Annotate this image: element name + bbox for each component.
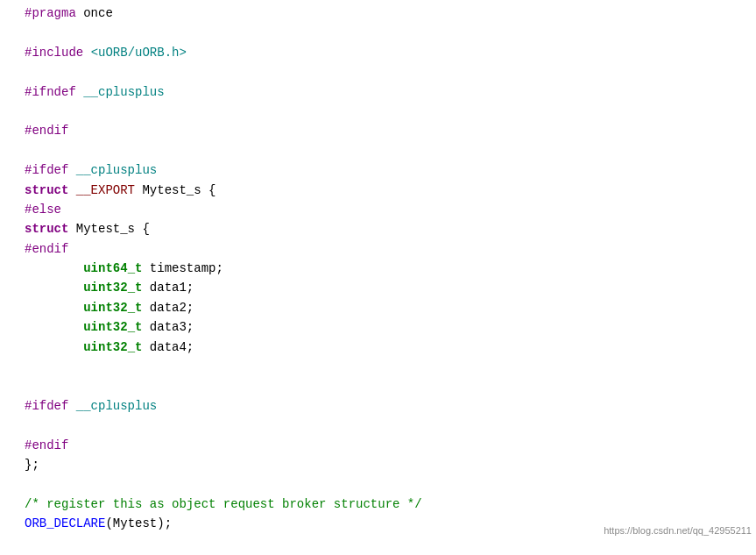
line-text: struct __EXPORT Mytest_s { xyxy=(25,181,215,200)
line-text xyxy=(25,474,32,494)
code-line: #include <uORB/uORB.h> xyxy=(0,43,756,62)
code-line: #ifndef __cplusplus xyxy=(0,82,756,102)
code-line xyxy=(0,141,756,160)
line-text: uint32_t data1; xyxy=(25,278,194,297)
line-text: #ifdef __cplusplus xyxy=(25,160,157,180)
line-text xyxy=(25,141,32,160)
code-line: }; xyxy=(0,455,756,474)
line-text xyxy=(25,416,32,435)
code-line xyxy=(0,23,756,42)
line-text: #ifdef __cplusplus xyxy=(25,396,157,416)
line-text xyxy=(25,376,32,395)
code-lines: #pragma once #include <uORB/uORB.h> #ifn… xyxy=(0,4,756,555)
line-text: #endif xyxy=(25,121,68,140)
code-line: struct Mytest_s { xyxy=(0,219,756,238)
line-text xyxy=(25,62,32,82)
line-text: struct Mytest_s { xyxy=(25,219,150,238)
code-line: #ifdef __cplusplus xyxy=(0,396,756,416)
line-text xyxy=(25,534,32,553)
code-line: /* register this as object request broke… xyxy=(0,495,756,514)
code-line xyxy=(0,357,756,376)
code-line: #ifdef __cplusplus xyxy=(0,160,756,180)
line-text: /* register this as object request broke… xyxy=(25,495,422,514)
code-line: #pragma once xyxy=(0,4,756,23)
line-text: uint64_t timestamp; xyxy=(25,259,223,278)
code-line: #endif xyxy=(0,239,756,259)
line-text xyxy=(25,102,32,121)
code-line: uint32_t data3; xyxy=(0,317,756,337)
code-line: #else xyxy=(0,200,756,219)
code-line xyxy=(0,376,756,395)
code-line xyxy=(0,474,756,494)
code-line: uint64_t timestamp; xyxy=(0,259,756,278)
line-text: #endif xyxy=(25,239,68,259)
line-text: uint32_t data2; xyxy=(25,298,194,317)
code-line: #endif xyxy=(0,436,756,455)
code-line xyxy=(0,416,756,435)
line-text: ORB_DECLARE(Mytest); xyxy=(25,514,172,533)
line-text xyxy=(25,357,32,376)
code-line: struct __EXPORT Mytest_s { xyxy=(0,181,756,200)
code-editor: #pragma once #include <uORB/uORB.h> #ifn… xyxy=(0,0,756,555)
line-text: uint32_t data4; xyxy=(25,338,194,357)
code-line: #endif xyxy=(0,121,756,140)
line-text: #endif xyxy=(25,436,68,455)
line-text xyxy=(25,23,32,42)
line-text: #ifndef __cplusplus xyxy=(25,82,165,102)
line-text: }; xyxy=(25,455,39,474)
code-line: uint32_t data4; xyxy=(0,338,756,357)
code-line xyxy=(0,62,756,82)
code-line: uint32_t data1; xyxy=(0,278,756,297)
line-text: #include <uORB/uORB.h> xyxy=(25,43,187,62)
code-line xyxy=(0,102,756,121)
line-text: uint32_t data3; xyxy=(25,317,194,337)
line-text: #pragma once xyxy=(25,4,113,23)
line-text: #else xyxy=(25,200,61,219)
code-line: uint32_t data2; xyxy=(0,298,756,317)
watermark: https://blog.csdn.net/qq_42955211 xyxy=(604,523,752,539)
